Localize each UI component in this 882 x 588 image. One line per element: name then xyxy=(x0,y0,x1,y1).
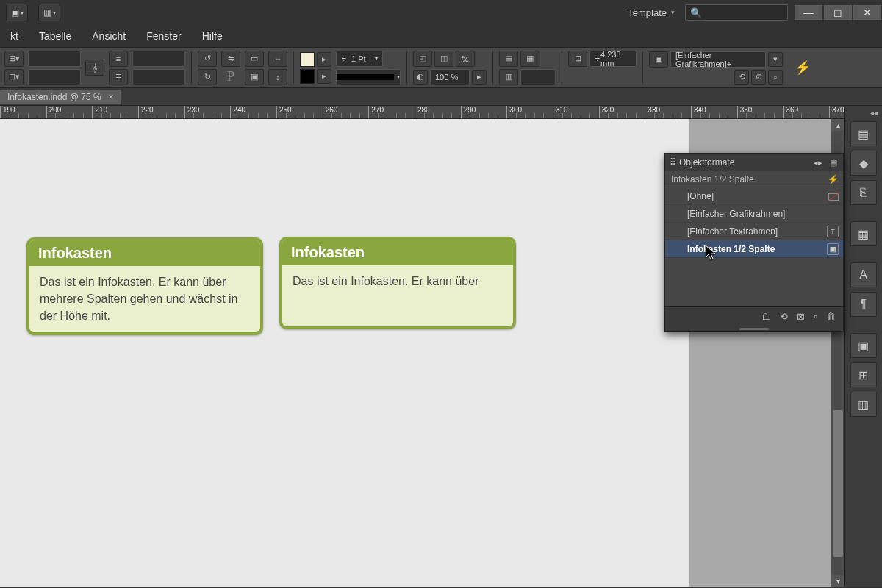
w-field[interactable] xyxy=(132,51,185,67)
break-link-icon[interactable]: ⊠ xyxy=(797,311,805,322)
text-wrap-around-icon[interactable]: ▦ xyxy=(520,51,539,67)
character-styles-icon[interactable]: A xyxy=(850,262,877,287)
object-style-icon[interactable]: ▣ xyxy=(649,51,668,68)
pages-icon[interactable]: ▤ xyxy=(850,121,877,146)
opacity-step-icon[interactable]: ▸ xyxy=(472,70,487,85)
window-maximize-button[interactable]: ◻ xyxy=(823,4,853,21)
swatches-icon[interactable]: ▦ xyxy=(850,221,877,246)
menu-item[interactable]: Fenster xyxy=(136,27,191,45)
stroke-swatch[interactable] xyxy=(300,69,315,84)
close-icon[interactable]: × xyxy=(109,92,114,102)
new-style-icon[interactable]: ▫ xyxy=(768,70,783,85)
clear-overrides-icon[interactable]: ⟲ xyxy=(734,70,749,85)
svg-line-1 xyxy=(828,193,839,201)
document-tab-row: Infokasten.indd @ 75 % × xyxy=(0,88,882,106)
infobox-b[interactable]: Infokasten Das ist ein Infokasten. Er ka… xyxy=(279,237,516,329)
links-icon[interactable]: ⎘ xyxy=(850,180,877,205)
object-style-dropdown[interactable]: [Einfacher Grafikrahmen]+ xyxy=(670,51,766,68)
chevron-down-icon[interactable]: ▾ xyxy=(768,52,783,67)
x-field[interactable] xyxy=(28,51,81,67)
search-icon: 🔍 xyxy=(690,7,702,18)
panel-title: Objektformate xyxy=(679,157,808,168)
view-bridge-button[interactable]: ▣▾ xyxy=(6,4,28,21)
reference-point-button[interactable]: ⊞▾ xyxy=(4,51,24,67)
frame-fit-icon[interactable]: ⊡ xyxy=(568,51,587,67)
menu-item[interactable]: kt xyxy=(0,27,29,45)
infobox-body: Das ist ein Infokasten. Er kann über xyxy=(282,265,513,297)
apply-none-icon[interactable]: ⊘ xyxy=(751,70,766,85)
infobox-a[interactable]: Infokasten Das ist ein Infokasten. Er ka… xyxy=(26,237,263,335)
menu-bar: kt Tabelle Ansicht Fenster Hilfe xyxy=(0,25,882,47)
flip-horizontal-icon[interactable]: ⇋ xyxy=(221,51,240,67)
select-container-icon[interactable]: ▭ xyxy=(245,51,264,67)
rail-collapse-icon[interactable]: ◂◂ xyxy=(870,109,882,117)
arrows-icon[interactable]: ↕ xyxy=(268,69,287,85)
workspace-switcher[interactable]: Template ▾ xyxy=(617,4,685,21)
fill-swatch[interactable] xyxy=(300,52,315,67)
y-field[interactable] xyxy=(28,69,81,85)
menu-item[interactable]: Ansicht xyxy=(82,27,136,45)
arrows-icon[interactable]: ↔ xyxy=(268,51,287,67)
reference-point-alt-button[interactable]: ⊡▾ xyxy=(4,69,24,85)
style-item[interactable]: [Einfacher Grafikrahmen] xyxy=(665,205,843,223)
window-close-button[interactable]: ✕ xyxy=(853,4,882,21)
table-styles-icon[interactable]: ⊞ xyxy=(850,362,877,387)
style-item-selected[interactable]: Infokasten 1/2 Spalte ▣ xyxy=(665,240,843,258)
align-center-button[interactable]: ≣ xyxy=(109,69,128,85)
infobox-body: Das ist ein Infokasten. Er kann über meh… xyxy=(29,266,260,332)
control-bar: ⊞▾ ⊡▾ 𝄞 ≡ ≣ ↺ ↻ ⇋ P ▭ ▣ ↔ ↕ ▸ ▸ xyxy=(0,47,882,88)
panel-footer: 🗀 ⟲ ⊠ ▫ 🗑 xyxy=(665,306,843,326)
panel-header[interactable]: ⠿ Objektformate ◂▸ ▤ xyxy=(665,154,843,171)
layers-icon[interactable]: ◆ xyxy=(850,151,877,176)
text-wrap-jump-icon[interactable]: ▥ xyxy=(499,69,518,85)
align-left-button[interactable]: ≡ xyxy=(109,51,128,67)
style-item-none[interactable]: [Ohne] xyxy=(665,187,843,205)
folder-icon[interactable]: 🗀 xyxy=(761,311,771,322)
page-canvas[interactable]: Infokasten Das ist ein Infokasten. Er ka… xyxy=(0,119,689,587)
object-styles-panel[interactable]: ⠿ Objektformate ◂▸ ▤ Infokasten 1/2 Spal… xyxy=(664,153,844,332)
bolt-icon[interactable]: ⚡ xyxy=(828,174,839,184)
menu-item[interactable]: Tabelle xyxy=(29,27,82,45)
new-style-icon[interactable]: ▫ xyxy=(814,311,817,322)
effects-icon[interactable]: fx. xyxy=(456,51,475,67)
panel-resize-grip[interactable] xyxy=(665,326,843,331)
rotate-cw-icon[interactable]: ↻ xyxy=(198,69,217,85)
corner-options-icon[interactable]: ◰ xyxy=(413,51,432,67)
window-minimize-button[interactable]: — xyxy=(794,4,823,21)
panel-menu-icon[interactable]: ▤ xyxy=(828,158,839,168)
stroke-style-field[interactable]: ▾ xyxy=(336,69,401,85)
stroke-weight-field[interactable]: ≑1 Pt▾ xyxy=(336,51,383,67)
paragraph-styles-icon[interactable]: ¶ xyxy=(850,292,877,317)
opacity-icon[interactable]: ◐ xyxy=(413,70,428,85)
gap-field[interactable] xyxy=(520,69,556,85)
menu-item[interactable]: Hilfe xyxy=(192,27,233,45)
paragraph-icon: P xyxy=(221,69,240,85)
default-frame-icon: ▣ xyxy=(827,243,839,255)
h-field[interactable] xyxy=(132,69,185,85)
search-input[interactable]: 🔍 xyxy=(685,4,788,21)
scroll-down-icon[interactable]: ▾ xyxy=(831,575,845,587)
drop-shadow-icon[interactable]: ◫ xyxy=(434,51,453,67)
select-content-icon[interactable]: ▣ xyxy=(245,69,264,85)
infobox-title: Infokasten xyxy=(282,240,513,265)
panel-grip-icon[interactable]: ⠿ xyxy=(670,157,675,168)
clear-overrides-icon[interactable]: ⟲ xyxy=(780,311,788,322)
cell-styles-icon[interactable]: ▥ xyxy=(850,392,877,417)
scroll-up-icon[interactable]: ▴ xyxy=(831,119,845,131)
text-wrap-none-icon[interactable]: ▤ xyxy=(499,51,518,67)
fill-dropdown-icon[interactable]: ▸ xyxy=(317,52,331,67)
trash-icon[interactable]: 🗑 xyxy=(826,311,836,322)
screen-mode-button[interactable]: ▥▾ xyxy=(38,4,60,21)
panel-style-list: [Ohne] [Einfacher Grafikrahmen] [Einfach… xyxy=(665,187,843,306)
measure-field[interactable]: ≑4,233 mm xyxy=(589,51,637,67)
opacity-field[interactable]: 100 % xyxy=(430,69,470,85)
panel-collapse-icon[interactable]: ◂▸ xyxy=(812,158,824,168)
document-tab[interactable]: Infokasten.indd @ 75 % × xyxy=(0,90,121,104)
style-item[interactable]: [Einfacher Textrahmen] T xyxy=(665,223,843,240)
scroll-thumb[interactable] xyxy=(833,410,843,557)
stroke-dropdown-icon[interactable]: ▸ xyxy=(317,69,331,84)
quick-apply-icon[interactable]: ⚡ xyxy=(787,60,818,76)
rotate-ccw-icon[interactable]: ↺ xyxy=(198,51,217,67)
link-dims-icon[interactable]: 𝄞 xyxy=(85,60,104,76)
object-styles-icon[interactable]: ▣ xyxy=(850,333,877,358)
